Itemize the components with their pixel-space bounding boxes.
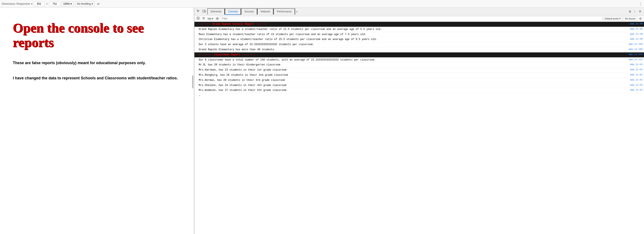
devtools-panel: ElementsConsoleSourcesNetworkPerformance…	[194, 8, 644, 234]
subtitle-text: These are false reports (obviously) mean…	[13, 60, 181, 66]
console-row-text: Grand Rapids Elementary has more than 40…	[199, 48, 626, 52]
console-settings-button[interactable]: ⚙	[638, 17, 643, 21]
console-row: Main Elementary has a student/teacher ra…	[194, 32, 644, 37]
console-source-link[interactable]: app.js:61	[630, 79, 643, 81]
console-row: --------- Classrooms Report ---------app…	[194, 52, 644, 58]
devtools-tabs: ElementsConsoleSourcesNetworkPerformance…	[194, 8, 644, 16]
top-toolbar: Dimensions: Responsive ▾ × 100% ▾ No thr…	[0, 0, 644, 8]
devtools-tab-performance[interactable]: Performance	[274, 8, 295, 15]
svg-line-3	[198, 18, 199, 19]
inspect-element-icon-button[interactable]	[195, 9, 201, 14]
context-top-label: top	[208, 17, 211, 20]
console-source-link[interactable]: app.js:96	[630, 23, 643, 25]
console-row: Grand Rapids Elementary has more than 40…	[194, 47, 644, 52]
console-source-link[interactable]: app.js:38	[630, 28, 643, 30]
console-row-text: Our 6 classrooms have a total number of …	[199, 58, 626, 62]
devtools-tab-elements[interactable]: Elements	[207, 8, 225, 15]
console-source-link[interactable]: app.js:38	[630, 38, 643, 40]
devtools-close-button[interactable]: ✕	[637, 9, 643, 14]
console-row-text: -------- Grand Rapids Schools Report ---…	[199, 23, 628, 26]
console-row-text: Mrs.Herman, has 20 students in their 3rd…	[199, 79, 628, 82]
preview-panel: Open the console to see reports These ar…	[0, 8, 194, 234]
console-row-text: Mrs.Rengburg, has 26 students in their 2…	[199, 73, 628, 77]
console-source-link[interactable]: app.js:61	[630, 84, 643, 86]
more-tabs-button[interactable]: »	[295, 9, 298, 14]
width-input[interactable]	[34, 2, 44, 6]
eye-icon-button[interactable]	[215, 17, 220, 21]
console-source-link[interactable]: app.js:102	[628, 43, 643, 45]
page-title: Open the console to see reports	[13, 21, 181, 50]
svg-point-4	[203, 18, 204, 19]
console-source-link[interactable]: app.js:61	[630, 73, 643, 76]
console-source-link[interactable]: app.js:111	[628, 53, 643, 56]
times-separator: ×	[46, 2, 48, 5]
console-row-text: Main Elementary has a student/teacher ra…	[199, 33, 628, 36]
body-text: I have changed the data to represent Sch…	[13, 76, 181, 81]
devtools-more-button[interactable]: ⋮	[632, 9, 637, 14]
clear-console-button[interactable]	[196, 16, 200, 21]
console-row: Grand Rapids Elementary has a student/te…	[194, 27, 644, 32]
svg-rect-0	[203, 10, 205, 12]
console-source-link[interactable]: app.js:38	[630, 33, 643, 35]
devtools-tab-network[interactable]: Network	[257, 8, 274, 15]
console-source-link[interactable]: app.js:114	[628, 58, 643, 61]
console-row: -------- Grand Rapids Schools Report ---…	[194, 22, 644, 27]
context-dropdown-button[interactable]: top ▾	[207, 17, 214, 21]
console-filter-input[interactable]	[220, 16, 602, 21]
svg-point-5	[216, 18, 218, 20]
console-row-text: --------- Classrooms Report ---------	[199, 53, 626, 57]
console-prompt-row: ›	[194, 93, 644, 98]
throttle-button[interactable]: No throttling ▾	[75, 1, 95, 7]
console-row: Mrs.Wimbush, has 27 students in their 5t…	[194, 88, 644, 93]
console-row-text: Christian Elementary has a student/teach…	[199, 38, 628, 41]
console-row: Mrs.Rengburg, has 26 students in their 2…	[194, 73, 644, 78]
console-row-text: Mrs.Hartman, has 23 students in their 1s…	[199, 68, 628, 72]
console-row-text: Our 3 schools have an average of 23.3333…	[199, 43, 626, 46]
devtools-tabs-container: ElementsConsoleSourcesNetworkPerformance	[207, 8, 295, 15]
devtools-tab-console[interactable]: Console	[225, 8, 241, 15]
devtools-tab-sources[interactable]: Sources	[241, 8, 257, 15]
devtools-settings-button[interactable]: ⚙	[628, 9, 632, 14]
preview-scrollbar[interactable]	[192, 76, 193, 88]
no-issues-button[interactable]: No Issues	[623, 16, 638, 21]
console-prompt-arrow-icon: ›	[199, 94, 200, 97]
console-row: Our 3 schools have an average of 23.3333…	[194, 42, 644, 47]
dropdown-arrow-icon: ▾	[31, 2, 32, 5]
console-output[interactable]: -------- Grand Rapids Schools Report ---…	[194, 22, 644, 234]
console-row: Mrs.Hartman, has 23 students in their 1s…	[194, 68, 644, 73]
console-row: Mr.B, has 20 students in their Kindergar…	[194, 63, 644, 68]
console-row: Mrs.Sheldon, has 24 students in their 4t…	[194, 83, 644, 88]
console-row-text: Grand Rapids Elementary has a student/te…	[199, 28, 628, 31]
height-input[interactable]	[49, 2, 60, 6]
console-row: Our 6 classrooms have a total number of …	[194, 58, 644, 63]
console-settings-icon-button[interactable]	[201, 16, 206, 21]
context-dropdown-arrow: ▾	[212, 17, 213, 20]
console-source-link[interactable]: app.js:106	[628, 48, 643, 51]
zoom-dropdown-icon: ▾	[70, 2, 72, 5]
zoom-button[interactable]: 100% ▾	[61, 1, 74, 7]
log-level-dropdown[interactable]: Default levels ▾	[603, 16, 622, 21]
svg-point-6	[217, 18, 218, 19]
console-row: Christian Elementary has a student/teach…	[194, 37, 644, 42]
console-row: Mrs.Herman, has 20 students in their 3rd…	[194, 78, 644, 83]
rotate-icon-button[interactable]: ⇄	[96, 2, 100, 6]
console-row-text: Mrs.Sheldon, has 24 students in their 4t…	[199, 84, 628, 87]
console-source-link[interactable]: app.js:61	[630, 89, 643, 91]
main-area: Open the console to see reports These ar…	[0, 8, 644, 234]
console-row-text: Mrs.Wimbush, has 27 students in their 5t…	[199, 89, 628, 92]
log-level-arrow-icon: ▾	[620, 17, 621, 20]
console-source-link[interactable]: app.js:61	[630, 68, 643, 71]
device-toggle-icon-button[interactable]	[201, 9, 207, 14]
console-row-text: Mr.B, has 20 students in their Kindergar…	[199, 63, 628, 67]
throttle-dropdown-icon: ▾	[92, 2, 93, 5]
more-options-button[interactable]: ⋮	[639, 2, 642, 6]
svg-rect-1	[205, 11, 206, 12]
dimensions-label: Dimensions: Responsive	[2, 2, 30, 5]
console-toolbar: top ▾ Default levels ▾ No Issues ⚙	[194, 16, 644, 22]
console-source-link[interactable]: app.js:61	[630, 63, 643, 66]
